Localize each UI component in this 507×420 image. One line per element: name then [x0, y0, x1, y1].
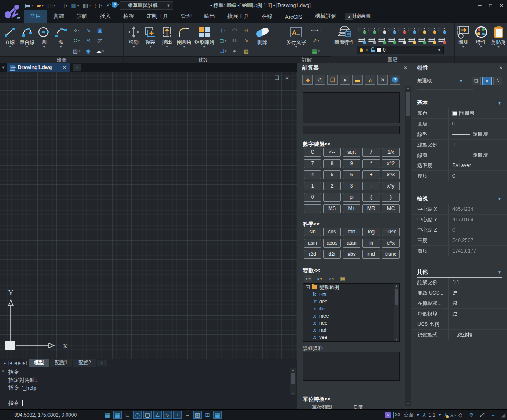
panel-label-annotate[interactable]: 註解 [283, 56, 331, 64]
trim-icon[interactable]: ∤ [217, 25, 229, 35]
calc-key[interactable]: 1 [304, 182, 321, 190]
variables-tree-scrollbar[interactable]: ▲ ▼ [394, 284, 399, 342]
app-logo[interactable]: M [0, 0, 24, 22]
property-value[interactable]: 0 [449, 121, 507, 127]
new-document-tab-button[interactable]: + [73, 64, 81, 71]
calc-key[interactable]: pi [343, 193, 360, 202]
property-row[interactable]: UCS 名稱 [412, 319, 507, 330]
property-value[interactable]: 1741.6177 [449, 248, 507, 254]
calc-sci-key[interactable]: log [362, 228, 380, 236]
property-row[interactable]: 線型比例 1 [412, 140, 507, 150]
calc-sci-key[interactable]: ln [362, 239, 380, 248]
ellipse-icon[interactable]: ○ [71, 25, 82, 35]
calc-key[interactable]: 5 [323, 170, 341, 179]
get-coordinates-icon[interactable]: ➤ [340, 75, 350, 85]
polar-tracking-icon[interactable]: ◷ [133, 411, 142, 419]
calc-key[interactable]: x^2 [382, 159, 400, 168]
property-value[interactable]: 隨圖層 [449, 152, 507, 159]
property-row[interactable]: 線型 隨圖層 [412, 129, 507, 140]
calc-key[interactable]: M+ [343, 204, 360, 213]
snap-mode-icon[interactable]: ▦ [113, 411, 122, 419]
layer-isolate-icon[interactable] [357, 35, 367, 45]
lineweight-icon[interactable]: ≡ [183, 411, 192, 419]
ribbon-tab[interactable]: 管理 [175, 10, 198, 22]
scrollbar-thumb[interactable] [406, 92, 410, 116]
calc-key[interactable]: . [323, 193, 341, 202]
ortho-mode-icon[interactable]: ∟ [123, 411, 132, 419]
scroll-up-icon[interactable]: ▲ [394, 284, 399, 288]
property-value[interactable]: 是 [449, 300, 507, 307]
calc-key[interactable]: sqrt [343, 148, 360, 157]
quick-select-icon[interactable]: ❏ [472, 77, 481, 85]
calculator-titlebar[interactable]: 計算器 ✕ [297, 63, 412, 72]
panel-label-layers[interactable]: 圖層 [331, 56, 454, 63]
ribbon-tab[interactable]: 擴展工具 [221, 10, 255, 22]
thaw-all-layers-icon[interactable] [427, 24, 437, 35]
copy-to-new-layer-icon[interactable] [377, 35, 387, 45]
next-layout-icon[interactable]: ▶ [18, 361, 21, 365]
calc-sci-key[interactable]: acos [323, 239, 341, 248]
scrollbar-thumb[interactable] [395, 289, 398, 305]
quick-properties-icon[interactable]: ⊞ [203, 411, 212, 419]
property-value[interactable]: ByLayer [449, 162, 507, 168]
minimize-button[interactable]: ─ [478, 2, 482, 8]
layer-dropdown[interactable]: ☀ 0 ▼ [357, 46, 444, 54]
variable-item[interactable]: k Phi [303, 291, 399, 298]
measure-angle-icon[interactable]: ◭ [365, 75, 375, 85]
polyline-button[interactable]: 聚合線 ▾ [18, 24, 36, 49]
resize-grip-icon[interactable]: ◢ [501, 412, 505, 418]
edit-polyline-icon[interactable]: ◠ [229, 25, 240, 35]
property-row[interactable]: 中心點 X 485.4234 [412, 204, 507, 215]
scale-icon[interactable]: ◻ [217, 35, 229, 46]
property-row[interactable]: 中心點 Z 0 [412, 225, 507, 235]
section-header-basic[interactable]: 基本 ▼ [417, 99, 502, 108]
calc-key[interactable]: 4 [304, 170, 321, 179]
ribbon-tab[interactable]: 插入 [94, 10, 117, 22]
toggle-pickadd-icon[interactable]: ϟ [493, 77, 502, 85]
panel-label-draw[interactable]: 繪圖 [0, 56, 123, 64]
property-value[interactable]: 是 [449, 310, 507, 318]
dimension-icon[interactable]: ⟷ [309, 25, 322, 35]
save-as-icon[interactable]: ◫▾ [59, 2, 67, 9]
chevron-down-icon[interactable]: ▼ [438, 413, 442, 417]
property-row[interactable]: 中心點 Y 417.0199 [412, 215, 507, 225]
layer-lock-icon[interactable] [397, 24, 407, 35]
change-to-current-layer-icon[interactable] [397, 35, 407, 45]
panel-label-modify[interactable]: 修改 [124, 56, 283, 64]
scroll-down-icon[interactable]: ▼ [394, 338, 399, 342]
variables-folder-row[interactable]: − 變數範例 [303, 284, 399, 291]
units-section-header[interactable]: 單位轉換<< [303, 395, 331, 403]
layer-match-icon[interactable] [387, 35, 397, 45]
transparency-icon[interactable]: ▨ [193, 411, 202, 419]
calc-key[interactable]: 6 [343, 170, 360, 179]
edit-lengthen-icon[interactable]: ⊘ [240, 25, 252, 35]
model-space-icon[interactable]: ∿ [385, 412, 391, 418]
selection-cycling-icon[interactable]: ▦ [213, 411, 222, 419]
history-icon[interactable]: ◷ [315, 75, 325, 85]
layer-delete-icon[interactable] [437, 35, 447, 45]
calc-key[interactable]: 7 [304, 159, 321, 168]
layout-tab[interactable]: 配置1 [50, 359, 72, 367]
edit-hatch-icon[interactable]: ▨ [240, 46, 252, 56]
rectangular-array-button[interactable]: 矩形陣列 ▾ [193, 24, 215, 49]
ribbon-tab[interactable]: 註解 [70, 10, 94, 22]
scroll-up-icon[interactable]: ▲ [405, 86, 411, 91]
keypad-section-header[interactable]: 數字鍵盤<< [303, 140, 331, 148]
variable-item[interactable]: x vee [303, 333, 399, 340]
object-snap-tracking-icon[interactable]: ∠ [153, 411, 162, 419]
calc-sci-key[interactable]: abs [343, 250, 360, 259]
statusbar-menu-icon[interactable]: ≡ [489, 411, 497, 419]
move-button[interactable]: 移動 ▾ [125, 24, 142, 49]
calc-key[interactable]: 2 [323, 182, 341, 190]
property-row[interactable]: 厚度 0 [412, 171, 507, 181]
fillet-button[interactable]: 倒圓角 ▾ [175, 24, 193, 49]
property-row[interactable]: 顏色 隨圖層 [412, 108, 507, 119]
ribbon-tab[interactable]: 機械註解 [309, 10, 343, 22]
document-tab[interactable]: DWG Drawing1.dwg ✕ [7, 63, 70, 72]
property-value[interactable]: 417.0199 [449, 217, 507, 222]
select-objects-icon[interactable]: ➤ [482, 77, 492, 85]
property-value[interactable]: 二維線框 [449, 331, 507, 338]
new-layout-button[interactable]: + [97, 360, 107, 366]
delete-variable-icon[interactable]: x× [327, 275, 335, 282]
calc-key[interactable]: x^y [382, 182, 400, 190]
